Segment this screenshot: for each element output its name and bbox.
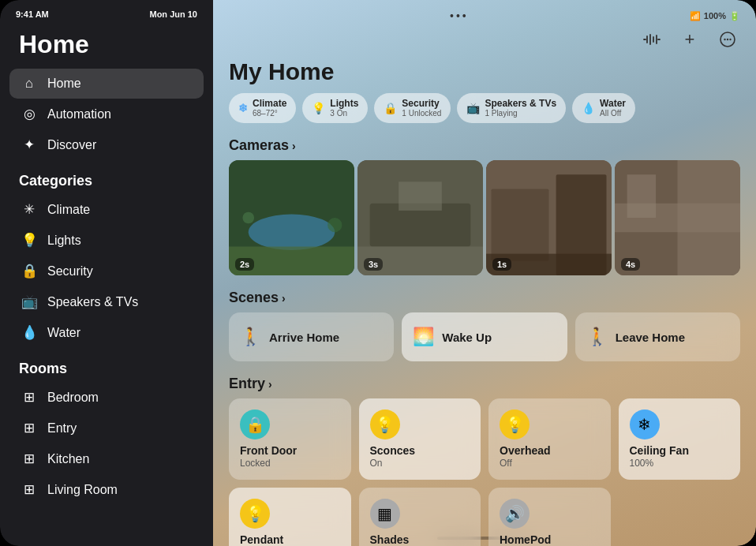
homepod-info: HomePod Not Playing: [500, 533, 600, 546]
sidebar-item-speakers[interactable]: 📺 Speakers & TVs: [9, 286, 204, 317]
pill-security-text: Security 1 Unlocked: [402, 98, 441, 118]
camera-3-label: 1s: [492, 258, 511, 271]
device-front-door[interactable]: 🔒 Front Door Locked: [229, 398, 351, 480]
nav-discover-label: Discover: [47, 138, 96, 152]
scene-arrive-home[interactable]: 🚶 Arrive Home: [229, 312, 394, 361]
leave-home-icon: 🚶: [586, 327, 608, 347]
homepod-icon: 🔊: [500, 499, 530, 529]
add-button[interactable]: +: [677, 27, 702, 52]
rooms-nav: ⊞ Bedroom ⊞ Entry ⊞ Kitchen ⊞ Living Roo…: [0, 382, 213, 505]
ceiling-fan-icon: ❄: [630, 410, 660, 439]
pill-climate-text: Climate 68–72°: [253, 98, 286, 118]
sidebar-item-bedroom[interactable]: ⊞ Bedroom: [9, 382, 204, 413]
camera-1[interactable]: 2s: [229, 160, 354, 275]
sidebar-item-security[interactable]: 🔒 Security: [9, 256, 204, 286]
sidebar-item-lights[interactable]: 💡 Lights: [9, 225, 204, 256]
cameras-chevron-icon: ›: [292, 140, 296, 152]
home-icon: ⌂: [21, 76, 38, 92]
more-button[interactable]: [715, 27, 740, 52]
scenes-chevron-icon: ›: [282, 292, 286, 305]
shades-info: Shades Closed: [370, 533, 470, 546]
camera-1-label: 2s: [235, 258, 254, 271]
scenes-section-header[interactable]: Scenes ›: [213, 286, 756, 312]
overhead-name: Overhead: [500, 444, 600, 458]
pill-water[interactable]: 💧 Water All Off: [572, 93, 635, 123]
pill-security-icon: 🔒: [384, 102, 397, 114]
waveform-icon: [643, 32, 661, 47]
device-sconces[interactable]: 💡 Sconces On: [359, 398, 481, 480]
scenes-row: 🚶 Arrive Home 🌅 Wake Up 🚶 Leave Home: [213, 312, 756, 372]
camera-4[interactable]: 4s: [615, 160, 740, 275]
device-overhead[interactable]: 💡 Overhead Off: [488, 398, 611, 480]
svg-rect-20: [627, 175, 657, 219]
scene-wake-up[interactable]: 🌅 Wake Up: [402, 312, 567, 361]
categories-nav: ✳ Climate 💡 Lights 🔒 Security 📺 Speakers…: [0, 194, 213, 348]
pill-speakers-icon: 📺: [466, 102, 480, 114]
living-room-icon: ⊞: [21, 481, 38, 498]
lights-icon: 💡: [21, 232, 38, 249]
pill-speakers[interactable]: 📺 Speakers & TVs 1 Playing: [457, 93, 566, 123]
sidebar-item-water[interactable]: 💧 Water: [9, 317, 204, 348]
sidebar-item-living-room[interactable]: ⊞ Living Room: [9, 474, 204, 505]
device-pendant[interactable]: 💡 Pendant 25%: [229, 488, 351, 546]
nav-water-label: Water: [47, 326, 80, 340]
pendant-name: Pendant: [240, 533, 340, 546]
device-ceiling-fan[interactable]: ❄ Ceiling Fan 100%: [619, 398, 741, 480]
ceiling-fan-info: Ceiling Fan 100%: [630, 444, 730, 469]
sidebar-item-climate[interactable]: ✳ Climate: [9, 194, 204, 225]
nav-climate-label: Climate: [47, 203, 90, 217]
main-panel: ••• 📶 100% 🔋 +: [213, 0, 756, 546]
sconces-icon: 💡: [370, 410, 400, 439]
device-homepod[interactable]: 🔊 HomePod Not Playing: [488, 488, 611, 546]
entry-section-label: Entry: [229, 376, 265, 392]
pill-climate[interactable]: ❄ Climate 68–72°: [229, 93, 296, 123]
homepod-name: HomePod: [500, 533, 600, 546]
nav-home-label: Home: [47, 77, 81, 91]
nav-automation-label: Automation: [47, 107, 111, 122]
nav-entry-label: Entry: [47, 421, 77, 436]
discover-icon: ✦: [21, 136, 38, 153]
sidebar-title: Home: [0, 22, 213, 69]
sidebar-item-automation[interactable]: ◎ Automation: [9, 99, 204, 129]
arrive-home-icon: 🚶: [240, 327, 261, 347]
front-door-status: Locked: [240, 458, 340, 469]
speakers-icon: 📺: [21, 294, 38, 310]
sidebar-item-kitchen[interactable]: ⊞ Kitchen: [9, 443, 204, 474]
sidebar-item-entry[interactable]: ⊞ Entry: [9, 413, 204, 443]
pill-security[interactable]: 🔒 Security 1 Unlocked: [374, 93, 451, 123]
entry-section-header[interactable]: Entry ›: [213, 372, 756, 398]
svg-rect-14: [492, 189, 549, 261]
overhead-icon: 💡: [500, 410, 530, 439]
shades-icon: ▦: [370, 499, 400, 529]
sconces-name: Sconces: [370, 444, 470, 458]
device-shades[interactable]: ▦ Shades Closed: [359, 488, 481, 546]
battery-icon: 🔋: [729, 11, 740, 21]
main-top-bar: ••• 📶 100% 🔋: [213, 0, 756, 22]
security-icon: 🔒: [21, 263, 38, 279]
cameras-section-header[interactable]: Cameras ›: [213, 134, 756, 160]
camera-3[interactable]: 1s: [486, 160, 612, 275]
waveform-button[interactable]: [639, 27, 664, 52]
leave-home-label: Leave Home: [616, 331, 685, 344]
nav-living-room-label: Living Room: [47, 483, 118, 497]
categories-section-title: Categories: [0, 160, 213, 194]
svg-rect-12: [399, 182, 442, 211]
svg-point-2: [727, 39, 728, 40]
sidebar-item-discover[interactable]: ✦ Discover: [9, 129, 204, 160]
sidebar-item-home[interactable]: ⌂ Home: [9, 69, 204, 99]
scene-leave-home[interactable]: 🚶 Leave Home: [575, 312, 740, 361]
pill-climate-icon: ❄: [238, 102, 248, 114]
overhead-status: Off: [500, 458, 600, 469]
nav-kitchen-label: Kitchen: [47, 452, 89, 466]
front-door-icon: 🔒: [240, 410, 270, 439]
camera-2[interactable]: 3s: [357, 160, 483, 275]
main-content: ••• 📶 100% 🔋 +: [213, 0, 756, 546]
pill-lights[interactable]: 💡 Lights 3 On: [302, 93, 368, 123]
scenes-section-label: Scenes: [229, 290, 279, 306]
climate-icon: ✳: [21, 201, 38, 218]
pill-speakers-text: Speakers & TVs 1 Playing: [485, 98, 556, 118]
shades-name: Shades: [370, 533, 470, 546]
front-door-name: Front Door: [240, 444, 340, 458]
camera-2-label: 3s: [364, 258, 383, 271]
kitchen-icon: ⊞: [21, 451, 38, 467]
